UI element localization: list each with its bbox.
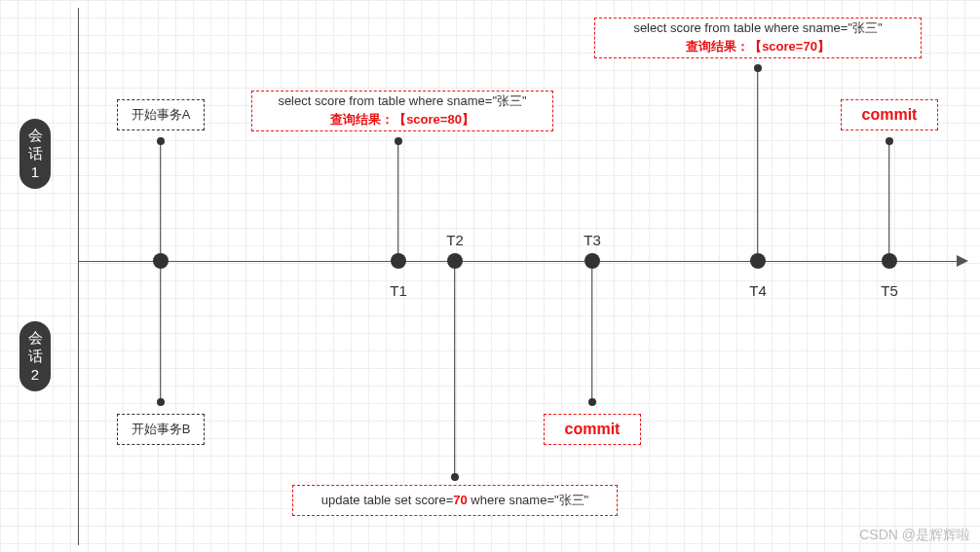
box-commit-t5: commit — [841, 99, 938, 130]
update-t2-post: where sname="张三" — [468, 493, 588, 507]
x-axis — [78, 261, 962, 262]
box-update-t2: update table set score=70 where sname="张… — [292, 485, 618, 516]
vline-t2 — [454, 261, 455, 477]
vline-t3 — [591, 261, 592, 402]
box-startA: 开始事务A — [117, 99, 205, 130]
watermark: CSDN @是辉辉啦 — [859, 527, 970, 544]
startB-text: 开始事务B — [132, 421, 191, 439]
update-t2-text: update table set score=70 where sname="张… — [321, 492, 588, 510]
tick-t3: T3 — [584, 232, 601, 248]
vline-t4 — [757, 68, 758, 261]
box-startB: 开始事务B — [117, 414, 205, 445]
vline-startB — [160, 261, 161, 402]
query-t4-sql: select score from table where sname="张三" — [633, 19, 882, 38]
commit-t3-text: commit — [565, 418, 621, 440]
vline-t1 — [397, 141, 398, 261]
query-t4-res: 查询结果：【score=70】 — [686, 38, 830, 56]
endpoint-startA — [157, 137, 165, 145]
box-query-t4: select score from table where sname="张三"… — [594, 18, 922, 58]
session-1-text: 会话1 — [28, 127, 43, 180]
box-query-t1: select score from table where sname="张三"… — [251, 91, 553, 131]
query-t1-sql: select score from table where sname="张三" — [278, 92, 526, 111]
endpoint-t2 — [451, 473, 459, 481]
endpoint-startB — [157, 398, 165, 406]
endpoint-t4 — [754, 64, 762, 72]
vline-t5 — [888, 141, 889, 261]
tick-t4: T4 — [749, 282, 767, 299]
endpoint-t5 — [886, 137, 893, 145]
session-1-label: 会话1 — [19, 119, 51, 189]
commit-t5-text: commit — [862, 103, 918, 126]
tick-t1: T1 — [390, 282, 407, 299]
endpoint-t3 — [588, 398, 596, 406]
query-t1-res: 查询结果：【score=80】 — [330, 111, 474, 129]
y-axis — [78, 8, 79, 545]
vline-startA — [160, 141, 161, 261]
x-arrow-icon — [957, 255, 968, 267]
update-t2-pre: update table set score= — [321, 493, 454, 507]
session-2-label: 会话2 — [19, 321, 51, 391]
endpoint-t1 — [395, 137, 402, 145]
tick-t5: T5 — [881, 282, 898, 299]
session-2-text: 会话2 — [28, 329, 43, 383]
startA-text: 开始事务A — [132, 106, 191, 125]
tick-t2: T2 — [446, 232, 464, 248]
box-commit-t3: commit — [544, 414, 641, 445]
update-t2-val: 70 — [453, 493, 467, 507]
